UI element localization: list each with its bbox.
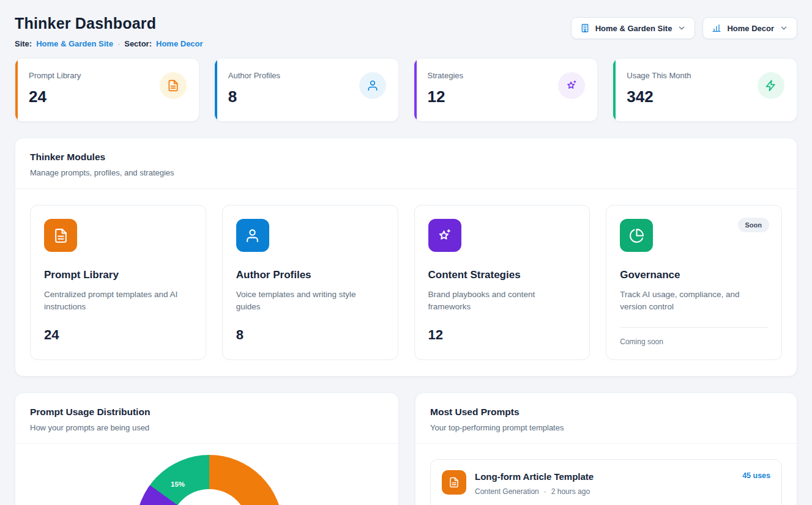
- module-card-content-strategies[interactable]: Content Strategies Brand playbooks and c…: [414, 205, 590, 360]
- donut-segment-label: 15%: [171, 481, 185, 488]
- stat-card-usage: Usage This Month 342: [613, 58, 797, 122]
- donut-chart-area: 15%: [15, 444, 398, 505]
- coming-soon-text: Coming soon: [620, 337, 768, 346]
- meta-separator: ·: [544, 487, 546, 496]
- module-card-governance[interactable]: Soon Governance Track AI usage, complian…: [606, 205, 782, 360]
- module-card-prompt-library[interactable]: Prompt Library Centralized prompt templa…: [30, 205, 206, 360]
- item-meta: Content Generation · 2 hours ago: [475, 487, 594, 496]
- divider: [620, 327, 768, 328]
- soon-badge: Soon: [738, 218, 770, 232]
- breadcrumb: Site: Home & Garden Site · Sector: Home …: [15, 39, 203, 48]
- chevron-down-icon: [677, 24, 686, 32]
- usage-subtitle: How your prompts are being used: [30, 423, 384, 432]
- usage-title: Prompt Usage Distribution: [30, 407, 384, 418]
- document-icon: [44, 219, 77, 252]
- module-description: Centralized prompt templates and AI inst…: [44, 289, 188, 314]
- thinker-modules-section: Thinker Modules Manage prompts, profiles…: [15, 138, 797, 377]
- title-block: Thinker Dashboard Site: Home & Garden Si…: [15, 11, 203, 48]
- module-title: Author Profiles: [236, 269, 384, 281]
- sector-selector-dropdown[interactable]: Home Decor: [702, 17, 797, 39]
- site-link[interactable]: Home & Garden Site: [36, 39, 113, 48]
- sector-link[interactable]: Home Decor: [156, 39, 203, 48]
- usage-header: Prompt Usage Distribution How your promp…: [15, 393, 398, 444]
- bottom-row: Prompt Usage Distribution How your promp…: [15, 393, 797, 505]
- module-title: Governance: [620, 269, 768, 281]
- top-bar: Thinker Dashboard Site: Home & Garden Si…: [15, 11, 797, 48]
- bolt-icon: [758, 72, 784, 99]
- stat-card-prompt-library: Prompt Library 24: [15, 58, 199, 122]
- modules-header: Thinker Modules Manage prompts, profiles…: [15, 138, 797, 189]
- modules-title: Thinker Modules: [30, 152, 782, 163]
- sparkle-star-icon: [558, 72, 585, 99]
- module-count: 8: [236, 327, 384, 343]
- item-uses-badge: 45 uses: [742, 471, 770, 480]
- stat-card-author-profiles: Author Profiles 8: [214, 58, 399, 122]
- module-title: Content Strategies: [428, 269, 576, 281]
- list-item[interactable]: Long-form Article Template Content Gener…: [430, 459, 782, 505]
- stat-card-strategies: Strategies 12: [414, 58, 598, 122]
- bar-chart-icon: [712, 23, 721, 33]
- modules-grid: Prompt Library Centralized prompt templa…: [15, 189, 797, 376]
- page-title: Thinker Dashboard: [15, 15, 203, 32]
- donut-chart: [136, 455, 283, 505]
- prompt-list: Long-form Article Template Content Gener…: [415, 444, 797, 505]
- module-count: 12: [428, 327, 576, 343]
- site-label: Site:: [15, 39, 32, 48]
- pie-chart-icon: [620, 219, 653, 252]
- most-used-prompts-panel: Most Used Prompts Your top-performing pr…: [415, 393, 797, 505]
- module-count: 24: [44, 327, 192, 343]
- item-title: Long-form Article Template: [475, 471, 594, 482]
- sector-label: Sector:: [124, 39, 152, 48]
- header-controls: Home & Garden Site Home Decor: [571, 17, 797, 39]
- module-description: Brand playbooks and content frameworks: [428, 289, 572, 314]
- module-card-author-profiles[interactable]: Author Profiles Voice templates and writ…: [222, 205, 398, 360]
- chevron-down-icon: [780, 24, 788, 32]
- most-used-subtitle: Your top-performing prompt templates: [430, 423, 782, 432]
- breadcrumb-separator: ·: [117, 39, 120, 48]
- prompt-usage-panel: Prompt Usage Distribution How your promp…: [15, 393, 399, 505]
- building-icon: [580, 23, 590, 33]
- module-title: Prompt Library: [44, 269, 192, 281]
- site-selector-label: Home & Garden Site: [595, 24, 672, 33]
- site-selector-dropdown[interactable]: Home & Garden Site: [571, 17, 696, 39]
- module-description: Voice templates and writing style guides: [236, 289, 380, 314]
- modules-subtitle: Manage prompts, profiles, and strategies: [30, 168, 782, 177]
- item-text-block: Long-form Article Template Content Gener…: [475, 470, 594, 496]
- item-category: Content Generation: [475, 487, 539, 496]
- stat-cards-row: Prompt Library 24 Author Profiles 8 Stra…: [15, 58, 797, 122]
- person-icon: [359, 72, 386, 99]
- sector-selector-label: Home Decor: [727, 24, 774, 33]
- document-icon: [442, 470, 466, 495]
- dashboard-page: Thinker Dashboard Site: Home & Garden Si…: [0, 0, 812, 505]
- document-icon: [160, 72, 187, 99]
- sparkle-star-icon: [428, 219, 461, 252]
- most-used-header: Most Used Prompts Your top-performing pr…: [415, 393, 797, 444]
- most-used-title: Most Used Prompts: [430, 407, 782, 418]
- person-icon: [236, 219, 269, 252]
- item-time: 2 hours ago: [551, 487, 590, 496]
- module-description: Track AI usage, compliance, and version …: [620, 289, 764, 314]
